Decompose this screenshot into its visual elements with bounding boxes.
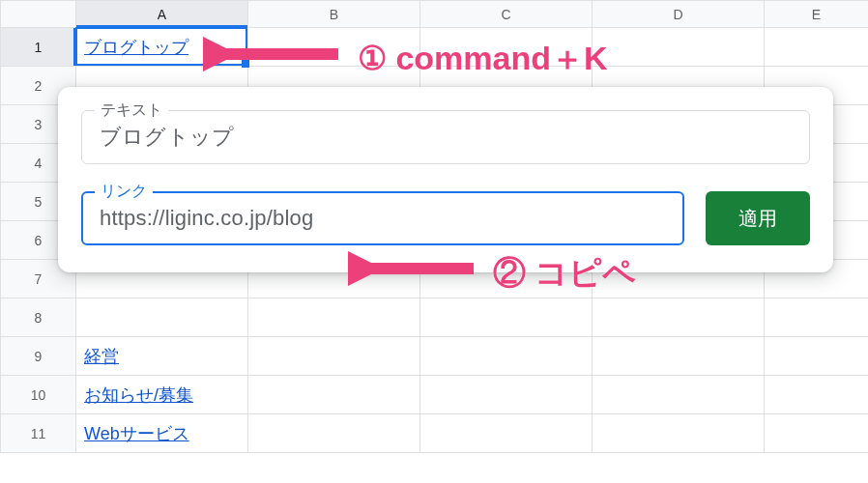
link-field-label: リンク [95, 182, 153, 202]
col-header-D[interactable]: D [593, 1, 765, 28]
apply-button[interactable]: 適用 [706, 191, 810, 245]
cell-C1[interactable] [420, 28, 593, 67]
row-header-8[interactable]: 8 [1, 298, 76, 337]
row-header-1[interactable]: 1 [1, 28, 76, 67]
row-header-9[interactable]: 9 [1, 337, 76, 376]
cell-A8[interactable] [76, 298, 248, 337]
cell-A9[interactable]: 経営 [76, 337, 248, 376]
col-header-C[interactable]: C [420, 1, 593, 28]
cell-D1[interactable] [593, 28, 765, 67]
link-field-wrapper: リンク [81, 191, 684, 245]
cell-A10[interactable]: お知らせ/募集 [76, 376, 248, 414]
cell-B1[interactable] [248, 28, 420, 67]
select-all-corner[interactable] [1, 1, 76, 28]
row-header-10[interactable]: 10 [1, 376, 76, 414]
row-header-11[interactable]: 11 [1, 414, 76, 453]
text-field-label: テキスト [95, 100, 168, 121]
text-input[interactable] [98, 124, 794, 151]
cell-A11[interactable]: Webサービス [76, 414, 248, 453]
cell-E1[interactable] [765, 28, 869, 67]
col-header-E[interactable]: E [765, 1, 869, 28]
text-field-wrapper: テキスト [81, 110, 810, 164]
insert-link-dialog: テキスト リンク 適用 [58, 87, 833, 272]
cell-A1[interactable]: ブログトップ [76, 28, 248, 67]
col-header-A[interactable]: A [76, 1, 248, 28]
link-input[interactable] [98, 205, 668, 232]
col-header-B[interactable]: B [248, 1, 420, 28]
